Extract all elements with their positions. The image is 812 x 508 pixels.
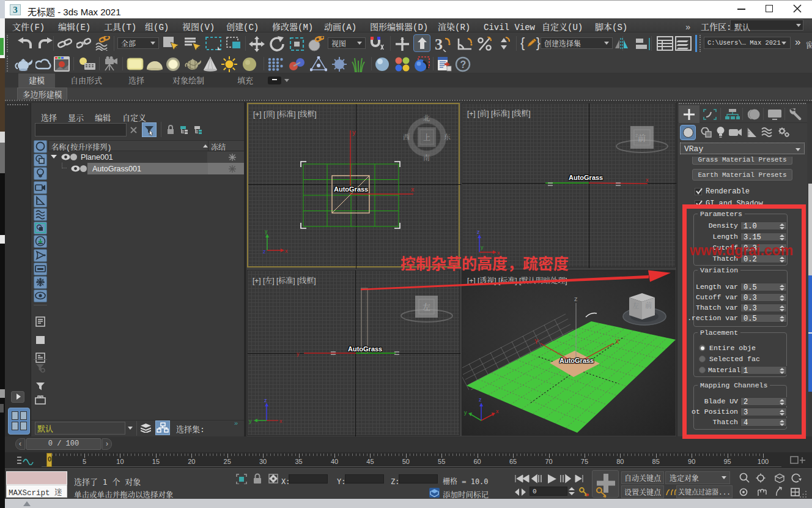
svg-text:南: 南 (423, 152, 430, 162)
svg-text:上: 上 (423, 132, 430, 142)
svg-text:西: 西 (403, 132, 410, 141)
svg-text:东: 东 (444, 132, 451, 141)
svg-text:z: z (263, 248, 266, 255)
svg-text:北: 北 (423, 113, 430, 122)
svg-text:y: y (265, 228, 268, 234)
svg-text:左: 左 (632, 301, 639, 310)
svg-text:3: 3 (435, 36, 443, 52)
svg-text:z: z (479, 397, 482, 403)
svg-text:y: y (352, 129, 356, 136)
svg-text:x: x (285, 248, 288, 254)
svg-text:z: z (264, 397, 267, 403)
svg-text:前: 前 (638, 132, 646, 143)
svg-text:y: y (297, 351, 300, 357)
svg-text:x: x (646, 177, 649, 183)
svg-text:前: 前 (645, 300, 652, 310)
svg-text:z: z (574, 295, 578, 302)
svg-text:?: ? (460, 59, 467, 70)
svg-text:y: y (249, 418, 252, 424)
svg-text:x: x (279, 418, 282, 424)
svg-text:x: x (411, 185, 415, 193)
svg-text:x: x (496, 408, 499, 414)
svg-text:y: y (481, 244, 484, 250)
svg-text:Y: Y (534, 338, 539, 345)
svg-text:z: z (477, 229, 480, 235)
svg-text:X: X (615, 338, 619, 345)
svg-text:左: 左 (423, 301, 430, 312)
svg-text:y: y (464, 409, 467, 416)
